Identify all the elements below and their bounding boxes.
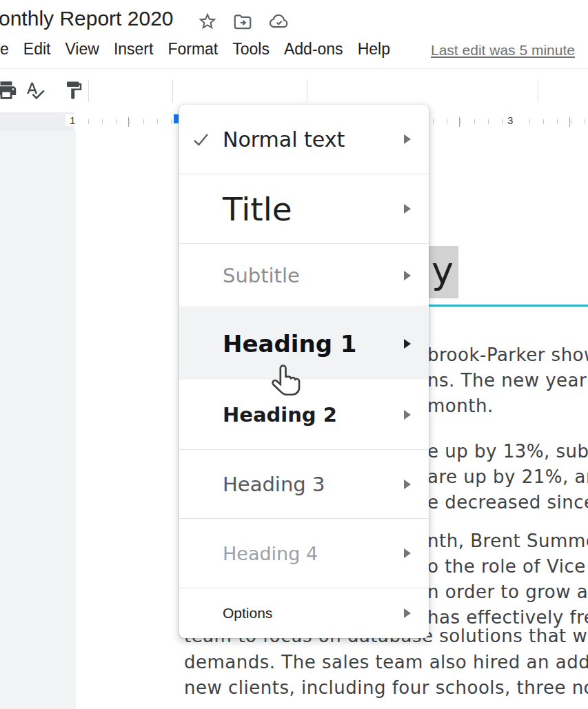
- spellcheck-icon[interactable]: [25, 80, 45, 103]
- submenu-arrow-icon: [404, 608, 411, 618]
- checkmark-icon: [192, 130, 223, 149]
- menu-item-label: Heading 3: [223, 473, 404, 496]
- paint-format-icon[interactable]: [63, 80, 84, 103]
- menu-format[interactable]: Format: [168, 40, 218, 59]
- top-bar: onthly Report 2020 e Edit View Insert Fo…: [0, 0, 588, 69]
- document-title[interactable]: onthly Report 2020: [0, 7, 174, 30]
- menu-insert[interactable]: Insert: [114, 40, 154, 59]
- ruler-mark-1: 1: [65, 114, 79, 126]
- menu-item-label: Title: [223, 190, 404, 228]
- menu-item-label: Heading 4: [223, 543, 404, 564]
- ruler-mark-3: 3: [503, 114, 517, 126]
- move-folder-icon[interactable]: [232, 11, 254, 32]
- menu-item-label: Heading 2: [223, 403, 404, 427]
- submenu-arrow-icon: [404, 410, 411, 420]
- menu-item-title[interactable]: Title: [179, 174, 429, 243]
- menu-view[interactable]: View: [65, 40, 99, 59]
- cloud-saved-icon[interactable]: [267, 11, 291, 32]
- submenu-arrow-icon: [404, 548, 411, 558]
- submenu-arrow-icon: [404, 134, 411, 144]
- menu-tools[interactable]: Tools: [232, 40, 270, 59]
- star-icon[interactable]: [197, 11, 218, 32]
- indent-marker[interactable]: [174, 114, 179, 123]
- menu-item-subtitle[interactable]: Subtitle: [179, 243, 429, 307]
- menu-help[interactable]: Help: [358, 40, 390, 59]
- menu-item-heading-4[interactable]: Heading 4: [179, 518, 429, 588]
- toolbar-separator: [88, 80, 89, 102]
- toolbar-separator: [172, 80, 173, 102]
- menu-item-normal-text[interactable]: Normal text: [179, 105, 429, 174]
- submenu-arrow-icon: [404, 339, 411, 349]
- menu-addons[interactable]: Add-ons: [284, 40, 343, 59]
- menu-item-label: Options: [223, 605, 404, 621]
- menu-item-label: Heading 1: [223, 330, 404, 358]
- toolbar-separator: [538, 80, 538, 102]
- submenu-arrow-icon: [404, 271, 411, 280]
- menu-item-heading-1[interactable]: Heading 1: [179, 307, 429, 380]
- menu-item-label: Normal text: [223, 127, 404, 152]
- print-icon[interactable]: [0, 79, 18, 105]
- menu-item-heading-3[interactable]: Heading 3: [179, 449, 429, 518]
- submenu-arrow-icon: [404, 204, 411, 214]
- toolbar-separator: [307, 80, 307, 102]
- menu-file[interactable]: e: [0, 40, 9, 59]
- submenu-arrow-icon: [404, 480, 411, 489]
- last-edit-status-link[interactable]: Last edit was 5 minute: [431, 42, 575, 59]
- menu-item-label: Subtitle: [223, 264, 404, 287]
- menu-item-options[interactable]: Options: [179, 588, 429, 638]
- menu-bar: e Edit View Insert Format Tools Add-ons …: [0, 40, 390, 59]
- menu-edit[interactable]: Edit: [23, 40, 51, 59]
- paragraph-style-menu: Normal text Title Subtitle Heading 1 Hea…: [179, 105, 429, 638]
- menu-item-heading-2[interactable]: Heading 2: [179, 380, 429, 449]
